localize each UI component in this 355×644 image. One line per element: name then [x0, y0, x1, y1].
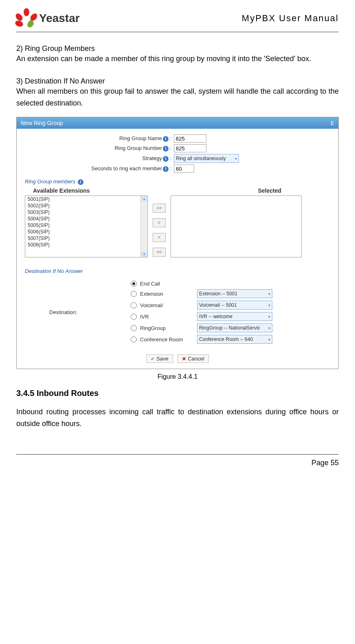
page-header: Yeastar MyPBX User Manual: [16, 8, 339, 32]
list-item[interactable]: 5008(SIP): [25, 242, 147, 248]
radio-label: Voicemail: [140, 302, 197, 308]
radio-label: Extension: [140, 291, 197, 297]
section-2-text: An extension can be made a member of thi…: [16, 53, 339, 65]
label-strategy: Strategy: [142, 155, 162, 161]
info-icon[interactable]: i: [163, 166, 169, 172]
info-icon[interactable]: i: [163, 146, 169, 152]
ring-group-number-input[interactable]: [174, 144, 206, 152]
info-icon[interactable]: i: [163, 136, 169, 142]
screenshot-new-ring-group: New Ring Group E Ring Group Namei : Ring…: [16, 117, 339, 369]
close-icon[interactable]: E: [331, 120, 334, 126]
conference-select[interactable]: Conference Room -- 640▾: [197, 335, 272, 344]
scrollbar[interactable]: ▴ ▾: [140, 196, 147, 257]
radio-voicemail[interactable]: [131, 302, 137, 308]
radio-end-call[interactable]: [131, 281, 137, 287]
move-all-left-button[interactable]: <<: [153, 248, 166, 257]
cancel-button[interactable]: ✖Cancel: [178, 354, 208, 363]
seconds-input[interactable]: [174, 165, 194, 173]
section-3-text: When all members on this group fail to a…: [16, 86, 339, 109]
chevron-down-icon: ▾: [268, 314, 270, 319]
info-icon[interactable]: i: [78, 179, 83, 185]
move-all-right-button[interactable]: >>: [153, 204, 166, 213]
destination-label: Destination:: [25, 309, 131, 315]
figure-caption: Figure 3.4.4.1: [16, 373, 339, 380]
document-title: MyPBX User Manual: [242, 13, 339, 24]
chevron-down-icon: ▾: [268, 326, 270, 330]
ivr-select[interactable]: IVR -- welcome▾: [197, 312, 272, 321]
radio-ivr[interactable]: [131, 314, 137, 320]
logo-text: Yeastar: [39, 12, 80, 25]
list-item[interactable]: 5007(SIP): [25, 235, 147, 242]
ring-group-members-section: Ring Group members i: [25, 178, 330, 185]
strategy-select[interactable]: Ring all simultaneously ▾: [174, 154, 239, 163]
page-footer: Page 55: [16, 454, 339, 467]
chevron-down-icon: ▾: [268, 303, 270, 308]
move-right-button[interactable]: >: [153, 218, 166, 227]
chevron-down-icon: ▾: [268, 292, 270, 296]
destination-if-no-answer-section: Destination If No Answer: [25, 268, 330, 274]
logo: Yeastar: [16, 8, 80, 29]
list-item[interactable]: 5005(SIP): [25, 222, 147, 229]
section-3-title: 3) Destination If No Answer: [16, 77, 339, 86]
list-item[interactable]: 5004(SIP): [25, 215, 147, 222]
radio-label: IVR: [140, 314, 197, 320]
ring-group-name-input[interactable]: [174, 134, 206, 143]
available-extensions-listbox[interactable]: 5001(SIP) 5002(SIP) 5003(SIP) 5004(SIP) …: [25, 196, 148, 257]
strategy-value: Ring all simultaneously: [176, 156, 226, 161]
section-345-text: Inbound routing processes incoming call …: [16, 406, 339, 430]
label-ring-group-number: Ring Group Number: [114, 145, 162, 151]
list-item[interactable]: 5001(SIP): [25, 196, 147, 202]
window-titlebar: New Ring Group E: [17, 117, 338, 129]
radio-extension[interactable]: [131, 291, 137, 297]
radio-label: Conference Room: [140, 336, 197, 343]
chevron-down-icon: ▾: [235, 156, 237, 161]
list-item[interactable]: 5003(SIP): [25, 209, 147, 215]
section-2-title: 2) Ring Group Members: [16, 44, 339, 53]
available-extensions-title: Available Extensions: [33, 187, 90, 194]
yeastar-flower-icon: [16, 8, 37, 29]
voicemail-select[interactable]: Voicemail -- 5001▾: [197, 301, 272, 310]
label-ring-group-name: Ring Group Name: [119, 135, 162, 141]
window-title: New Ring Group: [21, 120, 63, 126]
extension-select[interactable]: Extension -- 5001▾: [197, 289, 272, 298]
radio-label: End Call: [140, 281, 197, 287]
scroll-down-icon[interactable]: ▾: [141, 251, 147, 257]
list-item[interactable]: 5006(SIP): [25, 229, 147, 235]
chevron-down-icon: ▾: [268, 337, 270, 342]
ringgroup-select[interactable]: RingGroup -- NationalServic▾: [197, 323, 272, 332]
page-number: Page 55: [311, 459, 339, 467]
radio-ringgroup[interactable]: [131, 325, 137, 331]
scroll-up-icon[interactable]: ▴: [141, 196, 147, 202]
check-icon: ✔: [151, 356, 155, 362]
info-icon[interactable]: i: [163, 156, 169, 162]
radio-conference[interactable]: [131, 336, 137, 343]
radio-label: RingGroup: [140, 325, 197, 331]
label-seconds: Seconds to ring each member: [91, 165, 162, 171]
x-icon: ✖: [182, 356, 186, 362]
selected-extensions-listbox[interactable]: [171, 196, 302, 257]
move-left-button[interactable]: <: [153, 233, 166, 242]
save-button[interactable]: ✔Save: [146, 354, 173, 363]
selected-title: Selected: [258, 187, 281, 194]
list-item[interactable]: 5002(SIP): [25, 202, 147, 209]
section-345-heading: 3.4.5 Inbound Routes: [16, 389, 339, 398]
